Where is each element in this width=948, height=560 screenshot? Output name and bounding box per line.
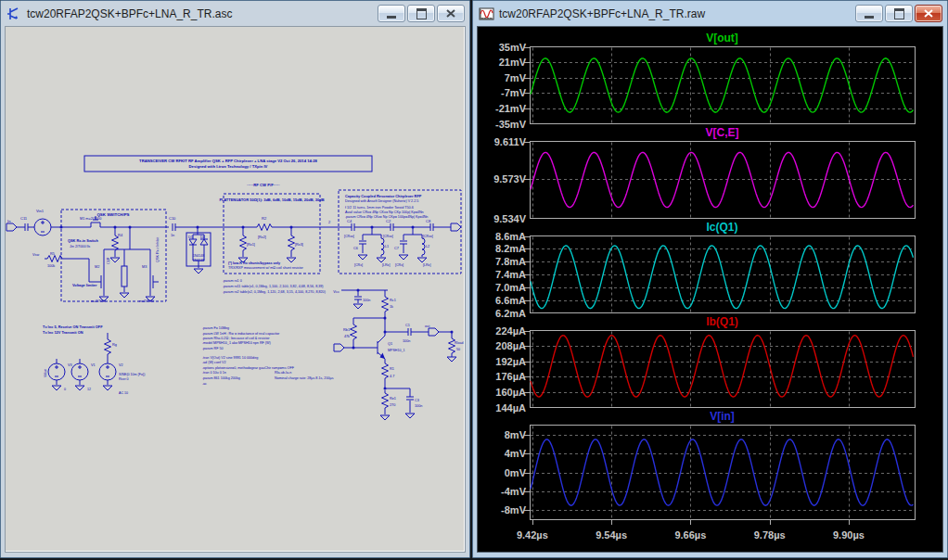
- schematic-text: .param 861 100kg 200kg: [202, 376, 240, 380]
- schematic-text: .param rx11 table(x1, 0,1Meg, 1,100, 2,1…: [223, 285, 324, 288]
- schematic-text: Value: [44, 369, 47, 377]
- close-icon: [924, 9, 933, 18]
- plot-panel-4: Ib(Q1)224µA208µA192µA176µA160µA144µA: [478, 315, 943, 408]
- schematic-text: Re1: [390, 397, 396, 401]
- schematic-window: tcw20RFAP2QSK+BPFc+LNA_R_TR.asc: [0, 0, 470, 558]
- schematic-text: .options plotwinsize=0, method=gear gauC…: [202, 366, 295, 370]
- schematic-text: L1: [385, 245, 389, 248]
- y-axis-tick-label: 7.4mA: [478, 269, 526, 280]
- schematic-text: 100k: [47, 264, 55, 268]
- trace-title[interactable]: Ib(Q1): [530, 315, 915, 330]
- y-axis-tick-label: 8.2mA: [478, 243, 526, 254]
- schematic-text: Tx In= 5, Receive ON Transmit OFF: [43, 325, 103, 329]
- waveform-window: tcw20RFAP2QSK+BPFc+LNA_R_TR.raw V[out]35…: [472, 0, 948, 558]
- plot-pane[interactable]: [478, 330, 943, 408]
- plot-panel-1: V[out]35mV21mV7mV-7mV-21mV-35mV: [478, 32, 943, 124]
- minimize-button[interactable]: [378, 5, 405, 22]
- y-axis-tick-label: 4mV: [478, 448, 526, 459]
- x-axis-tick-label: 9.66µs: [674, 529, 706, 541]
- schematic-text: 1n: [171, 234, 174, 237]
- schematic-text: [LRx]: [423, 263, 430, 267]
- waveform-plot-area[interactable]: V[out]35mV21mV7mV-7mV-21mV-35mVV[C,E]9.6…: [477, 26, 943, 553]
- schematic-canvas[interactable]: TRANSCEIVER CW RFKIT RF Amplifier QSK + …: [5, 26, 466, 553]
- schematic-text: AC 10: [119, 391, 128, 395]
- minimize-icon: [865, 16, 874, 19]
- schematic-components: [6, 219, 461, 420]
- x-axis: 9.42µs9.54µs9.66µs9.78µs9.90µs: [478, 528, 943, 545]
- schematic-titlebar[interactable]: tcw20RFAP2QSK+BPFc+LNA_R_TR.asc: [5, 1, 466, 26]
- plot-pane[interactable]: [478, 141, 943, 219]
- schematic-text: MPSH10_1: [388, 349, 404, 352]
- schematic-text: 270: [390, 403, 395, 407]
- restore-button[interactable]: [407, 5, 435, 22]
- waveform-trace[interactable]: [531, 58, 914, 112]
- plot-panel-5: V[in]8mV4mV0mV-4mV-8mV: [478, 410, 943, 527]
- schematic-text: Rload: [455, 341, 463, 345]
- y-axis-tick-label: 21mV: [478, 57, 526, 68]
- plot-pane[interactable]: [478, 46, 943, 124]
- schematic-text: M1 m=2/7000: [80, 217, 101, 221]
- schematic-drawing: TRANSCEIVER CW RFKIT RF Amplifier QSK + …: [6, 27, 466, 552]
- schematic-text: [LRx]: [382, 263, 390, 267]
- schematic-text: 0: [64, 388, 66, 391]
- waveform-titlebar[interactable]: tcw20RFAP2QSK+BPFc+LNA_R_TR.raw: [477, 1, 943, 26]
- schematic-text: C2: [386, 219, 391, 223]
- trace-title[interactable]: V[out]: [530, 32, 915, 46]
- waveform-trace[interactable]: [531, 246, 914, 309]
- schematic-text: Designed with Ansoft Designer (Nuhertz) …: [345, 199, 418, 203]
- schematic-text: 100n: [403, 339, 410, 343]
- schematic-text: (*) low-R Rx shunts/bypass only: [228, 261, 281, 265]
- schematic-text: SINE(0 10m {Fo}): [119, 373, 145, 376]
- schematic-text: 47k: [344, 335, 350, 338]
- plot-panel-2: V[C,E]9.611V9.573V9.534V: [478, 126, 943, 219]
- y-axis-tick-label: -7mV: [478, 87, 526, 98]
- y-axis-tick-label: 8mV: [478, 429, 526, 440]
- y-axis-tick-label: 6.6mA: [478, 295, 526, 306]
- trace-title[interactable]: Ic(Q1): [530, 221, 915, 235]
- schematic-text: 100n: [415, 404, 422, 408]
- schematic-text: TRX/RXP measurement w/ mΩ coil shunt res…: [228, 266, 304, 270]
- schematic-text: [CRxx]: [423, 235, 433, 238]
- plot-panel-3: Ic(Q1)8.6mA8.2mA7.8mA7.4mA7.0mA6.6mA6.2m…: [478, 221, 943, 313]
- trace-title[interactable]: V[C,E]: [530, 126, 915, 141]
- waveform-trace[interactable]: [531, 439, 914, 505]
- schematic-text: .model MPSH10_1 ako:MPSH10 npn RF (W): [202, 341, 271, 345]
- schematic-text: Rb1: [343, 328, 350, 332]
- plot-pane[interactable]: [478, 235, 943, 313]
- schematic-text: 1k: [390, 305, 393, 309]
- schematic-text: .tran 0 10u 0 1n: [202, 371, 226, 375]
- close-button[interactable]: [437, 5, 465, 22]
- schematic-text: QSK Rx-in Switch: [68, 238, 98, 243]
- restore-button[interactable]: [885, 5, 913, 22]
- y-axis-tick-label: 176µA: [478, 371, 526, 382]
- schematic-text: R1: [390, 367, 394, 371]
- y-axis-tick-label: 224µA: [478, 325, 526, 337]
- schematic-text: C1: [405, 324, 410, 327]
- schematic-text: V3: [68, 363, 72, 367]
- y-axis-tick-label: 9.573V: [478, 173, 526, 185]
- y-axis-tick-label: 208µA: [478, 340, 526, 351]
- schematic-text: Tx In= 12V Transmit ON: [43, 330, 83, 335]
- schematic-text: C8: [426, 219, 431, 223]
- minimize-button[interactable]: [855, 5, 883, 22]
- schematic-text: Avail value CRx= 4Np CKx= Np CKp 100p| K…: [345, 210, 424, 214]
- schematic-text: [Rx3]: [295, 243, 303, 247]
- schematic-text: C4: [347, 219, 352, 223]
- schematic-text: R4: [118, 233, 123, 237]
- y-axis-tick-label: -21mV: [478, 103, 526, 114]
- schematic-text: M3: [142, 265, 147, 269]
- y-axis-tick-label: 192µA: [478, 356, 526, 367]
- schematic-text: Rla-ub-la-n: [275, 371, 291, 375]
- schematic-text: V2: [119, 363, 123, 367]
- plot-pane[interactable]: [478, 425, 943, 527]
- schematic-text: ·····RF CW P/F·····: [247, 183, 279, 187]
- schematic-text: Vcc: [333, 289, 339, 294]
- schematic-text: Designed with I-tron Technology / TXpin …: [189, 164, 268, 169]
- trace-title[interactable]: V[in]: [530, 410, 915, 425]
- schematic-text: Rser 0: [119, 377, 129, 381]
- schematic-text: .param RF 50: [202, 347, 224, 350]
- waveform-trace[interactable]: [531, 336, 914, 397]
- waveform-window-title: tcw20RFAP2QSK+BPFc+LNA_R_TR.raw: [499, 7, 705, 20]
- plot-frame: [531, 426, 916, 520]
- close-button[interactable]: [915, 5, 942, 22]
